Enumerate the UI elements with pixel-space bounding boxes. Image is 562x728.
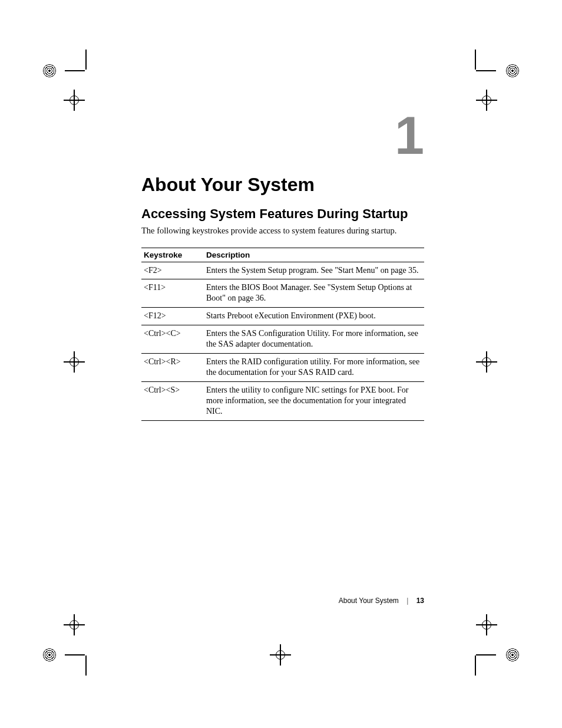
bullseye-bottom-right [506,648,519,661]
page-footer: About Your System | 13 [141,597,424,605]
bullseye-bottom-left [43,648,56,661]
footer-page-number: 13 [416,597,424,605]
tick-bottom-left-v [85,655,87,676]
cell-description: Enters the BIOS Boot Manager. See "Syste… [204,279,424,308]
chapter-number: 1 [395,109,424,162]
bullseye-top-right [506,64,519,77]
footer-separator: | [401,597,414,605]
page-content: 1 About Your System Accessing System Fea… [141,109,424,421]
tick-top-right-h [476,70,496,71]
tick-top-left-v [85,50,87,70]
cell-description: Starts Preboot eXecution Environment (PX… [204,308,424,325]
keystroke-table: Keystroke Description <F2> Enters the Sy… [141,248,424,421]
table-header-description: Description [204,248,424,262]
section-title: Accessing System Features During Startup [141,206,424,222]
table-row: <Ctrl><C> Enters the SAS Configuration U… [141,325,424,354]
cell-description: Enters the RAID configuration utility. F… [204,354,424,382]
intro-paragraph: The following keystrokes provide access … [141,225,424,237]
footer-section: About Your System [339,597,399,605]
tick-top-right-v [475,50,476,70]
cell-description: Enters the SAS Configuration Utility. Fo… [204,325,424,354]
cell-keystroke: <F11> [141,279,204,308]
cell-keystroke: <F12> [141,308,204,325]
cell-description: Enters the System Setup program. See "St… [204,262,424,279]
chapter-title: About Your System [141,174,424,196]
table-row: <F2> Enters the System Setup program. Se… [141,262,424,279]
cell-keystroke: <F2> [141,262,204,279]
table-row: <F11> Enters the BIOS Boot Manager. See … [141,279,424,308]
table-row: <F12> Starts Preboot eXecution Environme… [141,308,424,325]
cell-keystroke: <Ctrl><C> [141,325,204,354]
cell-description: Enters the utility to configure NIC sett… [204,381,424,420]
bullseye-top-left [43,64,56,77]
table-header-keystroke: Keystroke [141,248,204,262]
table-row: <Ctrl><S> Enters the utility to configur… [141,381,424,420]
tick-bottom-right-v [475,655,476,676]
cell-keystroke: <Ctrl><S> [141,381,204,420]
tick-bottom-left-h [65,654,85,655]
cell-keystroke: <Ctrl><R> [141,354,204,382]
table-row: <Ctrl><R> Enters the RAID configuration … [141,354,424,382]
tick-bottom-right-h [476,654,496,655]
tick-top-left-h [65,70,85,71]
